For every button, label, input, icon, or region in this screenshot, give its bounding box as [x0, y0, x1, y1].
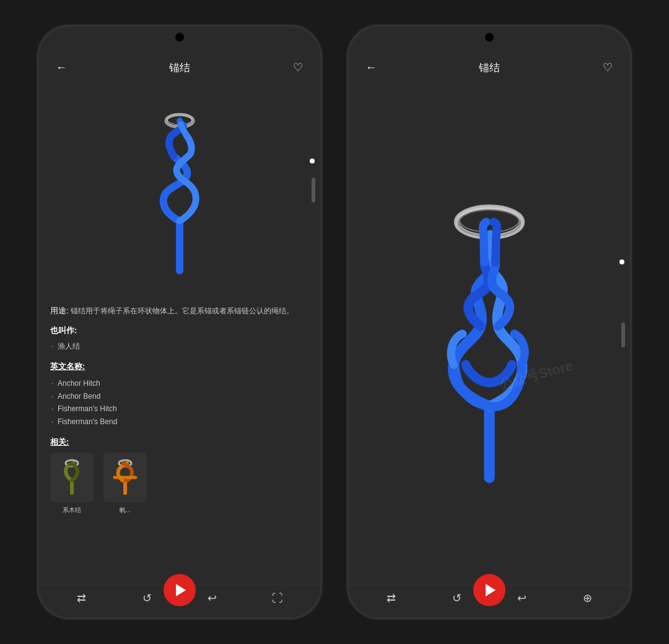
knot-display-left: [39, 85, 320, 295]
english-names-block: 英文名称: Anchor Hitch Anchor Bend Fisherman…: [50, 361, 309, 428]
en-name-2: Anchor Bend: [50, 390, 309, 402]
knot-svg-left: [124, 97, 235, 283]
english-names-label: 英文名称:: [50, 361, 309, 372]
related-knot-2-img: [103, 453, 147, 502]
loop-icon-right[interactable]: ⇄: [380, 591, 403, 605]
related-knot-1-img: [50, 453, 94, 502]
expand-icon-right[interactable]: ⊕: [576, 591, 598, 605]
also-called-label: 也叫作:: [50, 325, 309, 336]
undo-icon-right[interactable]: ↩: [511, 591, 533, 605]
play-button-right[interactable]: [473, 574, 505, 606]
usage-text: 锚结用于将绳子系在环状物体上。它是系锚或者系锚链公认的绳结。: [71, 307, 294, 315]
play-icon-left: [176, 584, 186, 596]
usage-block: 用途: 锚结用于将绳子系在环状物体上。它是系锚或者系锚链公认的绳结。: [50, 305, 309, 316]
also-called-item: 渔人结: [50, 340, 309, 352]
fullscreen-icon-left[interactable]: ⛶: [266, 592, 289, 605]
phone-notch: [175, 33, 184, 41]
also-called-block: 也叫作: 渔人结: [50, 325, 309, 352]
bottom-bar-left: ⇄ ↺ ↩ ⛶: [39, 585, 320, 617]
right-phone-frame: ← 锚结 ♡: [347, 25, 632, 619]
info-section-left[interactable]: 用途: 锚结用于将绳子系在环状物体上。它是系锚或者系锚链公认的绳结。 也叫作: …: [39, 295, 320, 585]
page-title-left: 锚结: [169, 61, 190, 75]
usage-label: 用途: 锚结用于将绳子系在环状物体上。它是系锚或者系锚链公认的绳结。: [50, 305, 309, 316]
undo-icon-left[interactable]: ↩: [201, 591, 224, 605]
favorite-button-right[interactable]: ♡: [598, 58, 618, 77]
knot-display-right: 公众号Store: [349, 85, 630, 585]
left-phone-frame: ← 锚结 ♡: [37, 25, 322, 619]
related-label: 相关:: [50, 437, 309, 448]
page-title-right: 锚结: [479, 61, 500, 75]
play-icon-right: [486, 584, 496, 596]
back-button-right[interactable]: ←: [361, 58, 381, 77]
related-knot-2[interactable]: 帆...: [103, 453, 147, 515]
favorite-button-left[interactable]: ♡: [288, 58, 308, 77]
scroll-bar-right: [621, 323, 625, 347]
related-knot-2-label: 帆...: [120, 506, 131, 515]
knot-svg-right: [403, 186, 576, 484]
right-screen: ← 锚结 ♡: [349, 27, 630, 617]
en-name-4: Fisherman's Bend: [50, 416, 309, 428]
rotate-icon-right[interactable]: ↺: [445, 591, 468, 605]
phone-notch-right: [485, 33, 494, 41]
back-button[interactable]: ←: [51, 58, 71, 77]
rotate-icon-left[interactable]: ↺: [136, 591, 158, 605]
left-screen: ← 锚结 ♡: [39, 27, 320, 617]
right-phone: ← 锚结 ♡: [347, 25, 632, 619]
scroll-bar: [312, 178, 315, 202]
loop-icon-left[interactable]: ⇄: [71, 591, 93, 605]
bottom-bar-right: ⇄ ↺ ↩ ⊕: [349, 585, 630, 617]
related-block: 相关: 系木结: [50, 437, 309, 515]
en-name-3: Fisherman's Hitch: [50, 402, 309, 415]
play-button-left[interactable]: [164, 574, 196, 606]
scroll-dot: [310, 159, 315, 163]
related-knot-1[interactable]: 系木结: [50, 453, 94, 515]
left-phone: ← 锚结 ♡: [37, 25, 322, 619]
related-knot-1-label: 系木结: [63, 506, 81, 515]
scroll-dot-right: [619, 259, 624, 264]
en-name-1: Anchor Hitch: [50, 377, 309, 389]
related-items: 系木结: [50, 453, 309, 515]
